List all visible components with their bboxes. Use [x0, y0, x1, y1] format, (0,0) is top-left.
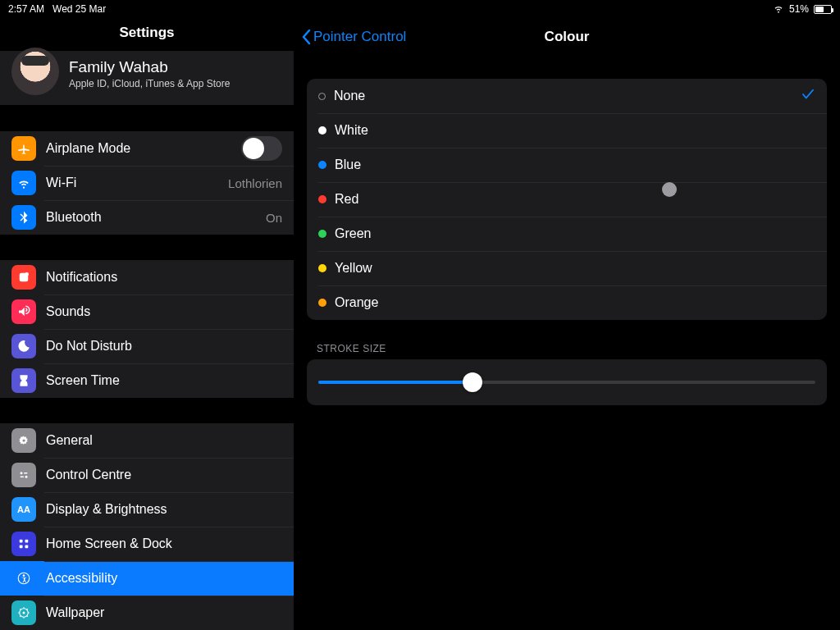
- profile-row[interactable]: Family Wahab Apple ID, iCloud, iTunes & …: [0, 51, 294, 106]
- screentime-label: Screen Time: [46, 373, 282, 388]
- airplane-label: Airplane Mode: [46, 141, 241, 156]
- slider-thumb[interactable]: [463, 372, 482, 392]
- sidebar-title: Settings: [0, 18, 294, 51]
- svg-point-4: [25, 476, 28, 478]
- dnd-icon: [11, 334, 36, 358]
- sounds-label: Sounds: [46, 304, 282, 319]
- swatch-blue: [318, 161, 326, 169]
- svg-rect-5: [21, 477, 25, 478]
- status-bar: 2:57 AM Wed 25 Mar 51%: [0, 0, 840, 18]
- wifi-label: Wi-Fi: [46, 176, 228, 190]
- colour-label-orange: Orange: [335, 295, 378, 310]
- sidebar-item-sounds[interactable]: Sounds: [0, 294, 294, 329]
- accessibility-label: Accessibility: [46, 571, 282, 586]
- accessibility-icon: [11, 566, 36, 591]
- stroke-size-card: [307, 359, 827, 405]
- stroke-size-slider[interactable]: [318, 372, 815, 392]
- detail-pane: Pointer Control Colour None White Blue R…: [294, 18, 840, 630]
- swatch-green: [318, 230, 326, 238]
- profile-subtitle: Apple ID, iCloud, iTunes & App Store: [69, 78, 230, 89]
- homedock-icon: [11, 532, 36, 556]
- sidebar-item-homedock[interactable]: Home Screen & Dock: [0, 527, 294, 561]
- battery-percent: 51%: [789, 3, 809, 15]
- swatch-none: [318, 93, 326, 100]
- bluetooth-label: Bluetooth: [46, 210, 266, 225]
- colour-option-blue[interactable]: Blue: [307, 148, 827, 182]
- colour-option-yellow[interactable]: Yellow: [307, 251, 827, 285]
- swatch-red: [318, 195, 326, 203]
- screentime-icon: [11, 368, 36, 393]
- sounds-icon: [11, 299, 36, 324]
- checkmark-icon: [801, 87, 815, 105]
- notifications-label: Notifications: [46, 270, 282, 285]
- back-label: Pointer Control: [313, 29, 406, 45]
- svg-rect-7: [25, 540, 29, 543]
- svg-point-1: [25, 272, 30, 276]
- colour-options-card: None White Blue Red Green Yellow: [307, 79, 827, 320]
- svg-point-13: [23, 612, 25, 614]
- colour-label-blue: Blue: [335, 158, 361, 172]
- display-label: Display & Brightness: [46, 502, 282, 517]
- sidebar-item-accessibility[interactable]: Accessibility: [0, 561, 294, 596]
- homedock-label: Home Screen & Dock: [46, 536, 282, 551]
- colour-option-none[interactable]: None: [307, 79, 827, 113]
- sidebar-item-screentime[interactable]: Screen Time: [0, 363, 294, 398]
- colour-option-white[interactable]: White: [307, 113, 827, 148]
- colour-label-white: White: [335, 123, 368, 138]
- sidebar-item-general[interactable]: General: [0, 423, 294, 458]
- colour-label-green: Green: [335, 226, 371, 241]
- settings-sidebar: Settings Family Wahab Apple ID, iCloud, …: [0, 18, 294, 630]
- airplane-icon: [11, 136, 36, 161]
- notifications-icon: [11, 265, 36, 290]
- slider-fill: [318, 381, 472, 384]
- sidebar-item-wifi[interactable]: Wi-Fi Lothlorien: [0, 166, 294, 200]
- detail-header: Pointer Control Colour: [294, 18, 840, 56]
- wallpaper-icon: [11, 600, 36, 625]
- avatar: [11, 48, 59, 95]
- status-date: Wed 25 Mar: [52, 3, 106, 15]
- svg-rect-3: [24, 472, 28, 474]
- dnd-label: Do Not Disturb: [46, 339, 282, 354]
- sidebar-item-display[interactable]: AA Display & Brightness: [0, 492, 294, 527]
- swatch-orange: [318, 299, 326, 307]
- wifi-value: Lothlorien: [228, 176, 282, 190]
- stroke-size-heading: STROKE SIZE: [317, 343, 817, 354]
- colour-option-red[interactable]: Red: [307, 182, 827, 217]
- svg-point-2: [21, 472, 23, 474]
- swatch-yellow: [318, 264, 326, 272]
- sidebar-item-bluetooth[interactable]: Bluetooth On: [0, 200, 294, 235]
- svg-rect-6: [20, 540, 23, 543]
- wifi-icon: [773, 2, 784, 16]
- gear-icon: [11, 428, 36, 453]
- detail-title: Colour: [545, 29, 590, 45]
- sidebar-item-controlcentre[interactable]: Control Centre: [0, 458, 294, 492]
- swatch-white: [318, 126, 326, 135]
- profile-name: Family Wahab: [69, 58, 230, 76]
- airplane-toggle[interactable]: [241, 136, 282, 161]
- status-time: 2:57 AM: [8, 3, 44, 15]
- colour-label-none: None: [334, 89, 365, 103]
- wallpaper-label: Wallpaper: [46, 605, 282, 620]
- general-label: General: [46, 433, 282, 448]
- battery-icon: [814, 5, 832, 14]
- wifi-settings-icon: [11, 171, 36, 195]
- display-icon: AA: [11, 497, 36, 522]
- colour-label-yellow: Yellow: [335, 261, 372, 276]
- bluetooth-value: On: [266, 211, 282, 225]
- sidebar-item-airplane[interactable]: Airplane Mode: [0, 131, 294, 166]
- colour-option-green[interactable]: Green: [307, 217, 827, 251]
- chevron-left-icon: [300, 29, 312, 45]
- pointer-cursor: [662, 182, 677, 197]
- svg-point-11: [23, 574, 25, 577]
- svg-rect-9: [25, 546, 29, 549]
- sidebar-item-wallpaper[interactable]: Wallpaper: [0, 596, 294, 630]
- back-button[interactable]: Pointer Control: [300, 29, 406, 45]
- colour-option-orange[interactable]: Orange: [307, 285, 827, 320]
- controlcentre-label: Control Centre: [46, 468, 282, 482]
- sidebar-item-notifications[interactable]: Notifications: [0, 260, 294, 294]
- colour-label-red: Red: [335, 192, 358, 207]
- controlcentre-icon: [11, 463, 36, 487]
- svg-rect-8: [20, 546, 23, 549]
- bluetooth-icon: [11, 205, 36, 230]
- sidebar-item-dnd[interactable]: Do Not Disturb: [0, 329, 294, 363]
